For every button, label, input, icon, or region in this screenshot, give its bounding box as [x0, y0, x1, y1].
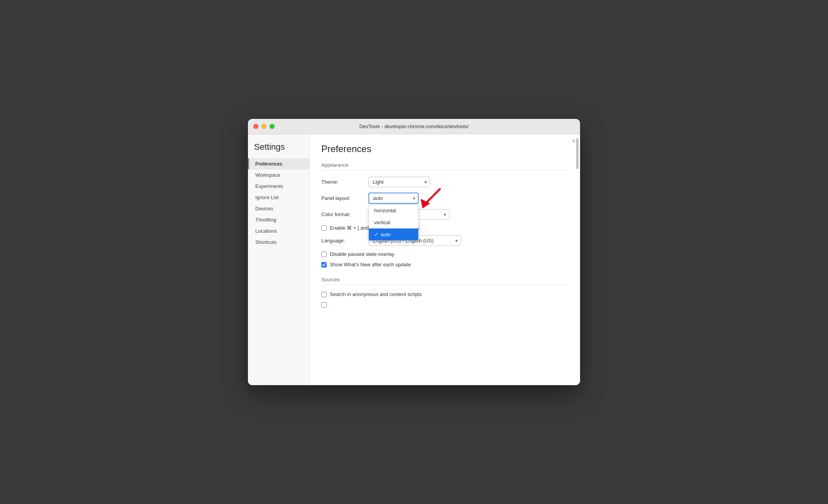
placeholder-label: ...: [330, 302, 334, 308]
traffic-lights: [253, 124, 275, 129]
sidebar-item-preferences[interactable]: Preferences: [248, 158, 309, 169]
sidebar-item-devices[interactable]: Devices: [248, 203, 309, 214]
disable-paused-overlay-row: Disable paused state overlay: [321, 251, 568, 257]
close-button[interactable]: [253, 124, 258, 129]
maximize-button[interactable]: [270, 124, 275, 129]
panel-layout-select-wrapper: auto horizontal vertical: [368, 193, 419, 204]
disable-paused-checkbox[interactable]: [321, 252, 327, 257]
sidebar-item-throttling[interactable]: Throttling: [248, 214, 309, 225]
appearance-section-title: Appearance: [321, 162, 568, 171]
sidebar-item-locations[interactable]: Locations: [248, 225, 309, 237]
settings-close-button[interactable]: ×: [572, 138, 575, 144]
color-format-label: Color format:: [321, 211, 364, 217]
theme-select-wrapper: Light Dark System preference: [368, 177, 430, 187]
theme-row: Theme: Light Dark System preference: [321, 177, 568, 187]
sources-section: Sources Search in anonymous and content …: [321, 277, 568, 308]
placeholder-row: ...: [321, 302, 568, 308]
svg-line-0: [426, 189, 440, 203]
sidebar-heading: Settings: [248, 142, 309, 158]
color-format-row: Color format: As authored HEX RGB HSL: [321, 209, 568, 220]
panel-layout-row: Panel layout: auto horizontal vertical: [321, 193, 568, 204]
search-anonymous-checkbox[interactable]: [321, 292, 327, 297]
enable-shortcut-row: Enable ⌘ + [ and ⌘ + ] to switch panels: [321, 225, 568, 231]
sidebar-item-ignore-list[interactable]: Ignore List: [248, 192, 309, 203]
minimize-button[interactable]: [261, 124, 266, 129]
sidebar-item-shortcuts[interactable]: Shortcuts: [248, 237, 309, 248]
red-arrow-annotation: [419, 187, 442, 212]
show-whats-new-checkbox[interactable]: [321, 262, 327, 267]
enable-shortcut-checkbox[interactable]: [321, 225, 327, 231]
panel-layout-dropdown: horizontal vertical auto: [368, 204, 419, 241]
dropdown-item-horizontal[interactable]: horizontal: [369, 205, 418, 216]
show-whats-new-row: Show What's New after each update: [321, 262, 568, 267]
window-content: Settings Preferences Workspace Experimen…: [248, 134, 580, 385]
panel-layout-select[interactable]: auto horizontal vertical: [368, 193, 419, 204]
sources-section-title: Sources: [321, 277, 568, 285]
theme-label: Theme:: [321, 179, 364, 185]
svg-marker-1: [421, 199, 430, 208]
search-anonymous-row: Search in anonymous and content scripts: [321, 291, 568, 297]
theme-select[interactable]: Light Dark System preference: [368, 177, 430, 187]
panel-layout-container: auto horizontal vertical horizontal v: [368, 193, 419, 204]
sidebar: Settings Preferences Workspace Experimen…: [248, 134, 310, 385]
disable-paused-label: Disable paused state overlay: [330, 251, 394, 257]
window-title: DevTools - developer.chrome.com/docs/dev…: [359, 123, 468, 129]
sidebar-item-experiments[interactable]: Experiments: [248, 181, 309, 192]
devtools-window: DevTools - developer.chrome.com/docs/dev…: [248, 119, 580, 385]
show-whats-new-label: Show What's New after each update: [330, 262, 411, 267]
page-title: Preferences: [321, 144, 568, 154]
language-label: Language:: [321, 238, 364, 244]
dropdown-item-auto[interactable]: auto: [369, 228, 418, 240]
placeholder-checkbox[interactable]: [321, 302, 327, 308]
language-row: Language: English (US) - English (US): [321, 235, 568, 246]
scrollbar[interactable]: [576, 138, 579, 169]
panel-layout-label: Panel layout:: [321, 195, 364, 201]
main-content: × Preferences Appearance Theme: Light Da…: [310, 134, 580, 385]
appearance-section: Appearance Theme: Light Dark System pref…: [321, 162, 568, 267]
titlebar: DevTools - developer.chrome.com/docs/dev…: [248, 119, 580, 134]
dropdown-item-vertical[interactable]: vertical: [369, 216, 418, 228]
sidebar-item-workspace[interactable]: Workspace: [248, 169, 309, 181]
search-anonymous-label: Search in anonymous and content scripts: [330, 291, 422, 297]
